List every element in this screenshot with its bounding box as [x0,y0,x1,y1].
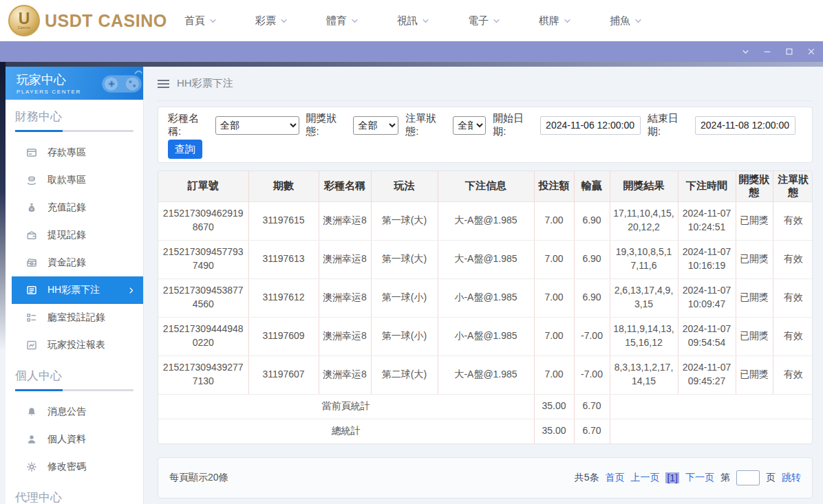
table-cell: 31197609 [248,317,319,355]
report-chart-icon [26,340,37,351]
table-cell: 2,6,13,17,4,9,3,15 [610,278,678,317]
section-title: 財務中心 [15,109,133,124]
window-titlebar [0,41,823,62]
table-cell: 大-A盤@1.985 [438,240,534,278]
jump-page-input[interactable] [736,470,760,485]
table-cell: 2024-11-07 09:45:27 [678,355,736,394]
sidebar-item[interactable]: 玩家投注報表 [6,331,143,359]
table-cell: 澳洲幸运8 [319,355,371,394]
table-cell: 2152173094538774560 [158,278,248,317]
bets-table-card: 訂單號期數彩種名稱玩法下注信息投注額輸贏開獎結果下注時間開獎狀態注單狀態 215… [158,171,813,444]
nav-item[interactable]: 首頁 [165,0,236,41]
titlebar-shadow [0,62,823,67]
nav-item[interactable]: 捕魚 [590,0,661,41]
next-page-link[interactable]: 下一页 [685,472,714,484]
table-cell: 31197613 [248,240,319,278]
table-cell: 7.00 [534,240,574,278]
sidebar-item-label: 取款專區 [47,174,86,186]
table-cell: 澳洲幸运8 [319,201,371,240]
table-cell: 7.00 [534,201,574,240]
sidebar-item[interactable]: ¥充值記錄 [6,194,143,221]
table-cell: 6.90 [574,201,610,240]
nav-item[interactable]: 視訊 [378,0,449,41]
table-cell: 已開獎 [736,355,773,394]
menu-list: 存款專區取款專區¥充值記錄提現記錄資金記錄HH彩票下注廳室投註記錄玩家投注報表 [6,132,143,359]
sidebar-item[interactable]: 提現記錄 [6,221,143,249]
chevron-down-icon [564,17,571,25]
hall-list-icon [26,312,37,323]
logo[interactable]: U Casino USDT CASINO [8,5,167,36]
table-cell: 大-A盤@1.985 [438,201,534,240]
table-cell: 第一球(大) [371,201,438,240]
table-cell: 已開獎 [736,317,773,355]
first-page-link[interactable]: 首页 [605,472,624,484]
column-header: 開獎狀態 [736,171,773,201]
hamburger-menu-icon[interactable] [158,79,169,89]
sidebar-item-label: HH彩票下注 [47,284,100,296]
column-header: 下注信息 [438,171,534,201]
wallet-icon [26,230,37,241]
chevron-down-icon [422,17,429,25]
jump-action-link[interactable]: 跳转 [782,472,801,484]
sidebar-item[interactable]: 消息公告 [6,398,143,426]
list-icon [26,285,37,296]
table-row: 215217309453877456031197612澳洲幸运8第一球(小)小-… [158,278,813,317]
sidebar-item[interactable]: 廳室投註記錄 [6,304,143,331]
sidebar-item[interactable]: HH彩票下注 [12,276,143,304]
draw-status-label: 開獎狀態: [306,112,350,138]
table-cell: 2024-11-07 09:54:54 [678,317,736,355]
table-cell: 小-A盤@1.985 [438,317,534,355]
table-cell: 2152173094449480220 [158,317,248,355]
sidebar-item-label: 玩家投注報表 [47,339,105,351]
user-icon [26,434,37,445]
draw-status-select[interactable]: 全部 [353,116,398,135]
sidebar-item[interactable]: 取款專區 [6,166,143,194]
gear-icon [26,461,37,472]
start-date-input[interactable] [540,116,641,135]
summary-label: 總統計 [158,419,534,443]
logo-coin-icon: U Casino [8,5,40,36]
nav-item[interactable]: 棋牌 [520,0,590,41]
chevron-down-icon [634,17,642,25]
column-header: 開獎結果 [610,171,678,201]
order-status-select[interactable]: 全部 [453,116,486,135]
table-cell: 8,3,13,1,2,17,14,15 [610,355,678,394]
deposit-card-icon [26,147,37,158]
nav-item-label: 視訊 [397,14,418,28]
sidebar-item[interactable]: 存款專區 [6,139,143,166]
nav-item[interactable]: 電子 [449,0,520,41]
sidebar-item-label: 消息公告 [47,406,86,418]
end-date-input[interactable] [695,116,795,135]
sidebar-item-label: 存款專區 [47,146,86,159]
table-row: 215217309439277713031197607澳洲幸运8第二球(大)大-… [158,355,813,394]
column-header: 期數 [248,171,319,201]
nav-item-label: 電子 [468,14,489,28]
table-row: 215217309444948022031197609澳洲幸运8第一球(小)小-… [158,317,813,355]
table-cell: 澳洲幸运8 [319,278,371,317]
nav-item[interactable]: 體育 [307,0,378,41]
section-title: 代理中心 [15,490,133,504]
summary-row: 當前頁統計35.006.70 [158,394,813,419]
table-cell: 已開獎 [736,278,773,317]
table-row: 215217309457793749031197613澳洲幸运8第一球(大)大-… [158,240,813,278]
table-cell: 6.90 [574,240,610,278]
chevron-down-icon [493,17,500,25]
close-icon[interactable] [805,45,817,58]
table-cell: 2152173094577937490 [158,240,248,278]
table-cell: 澳洲幸运8 [319,317,371,355]
prev-page-link[interactable]: 上一页 [630,472,659,484]
sidebar-item[interactable]: 資金記錄 [6,249,143,276]
chevron-down-icon[interactable] [739,45,751,58]
sidebar-item[interactable]: 修改密碼 [6,453,143,481]
table-cell: 31197612 [248,278,319,317]
maximize-icon[interactable] [783,45,795,58]
nav-item[interactable]: 彩票 [236,0,307,41]
lottery-name-select[interactable]: 全部 [215,116,299,135]
nav-item-label: 體育 [326,14,347,28]
minimize-icon[interactable] [761,45,773,58]
search-button[interactable]: 查詢 [168,140,202,159]
sidebar-item[interactable]: 個人資料 [6,426,143,453]
chevron-down-icon [280,17,288,25]
table-cell: 第一球(小) [371,317,438,355]
table-cell: 7.00 [534,278,574,317]
